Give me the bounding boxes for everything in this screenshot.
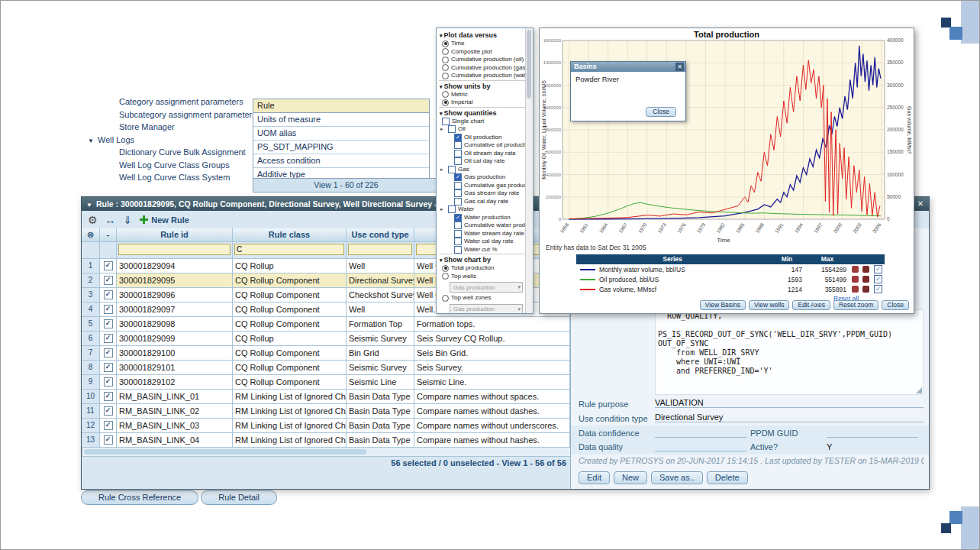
radio-icon[interactable] xyxy=(442,273,449,280)
reset-zoom-button[interactable]: Reset zoom xyxy=(833,300,878,310)
use-condition-type-value[interactable]: Directional Survey xyxy=(655,412,924,422)
rule-purpose-value[interactable]: VALIDATION xyxy=(655,398,924,408)
section-header[interactable]: ▾Show quantities xyxy=(439,107,526,118)
series-visible-checkbox[interactable]: ✓ xyxy=(874,275,882,283)
legend-action-icon-2[interactable] xyxy=(862,276,869,283)
tab-rule-detail[interactable]: Rule Detail xyxy=(201,490,277,505)
tab-rule-cross-reference[interactable]: Rule Cross Reference xyxy=(81,490,198,505)
grid-header-num[interactable]: ⊗ xyxy=(82,228,100,242)
quantity-option[interactable]: Cumulative gas production xyxy=(439,182,526,190)
radio-option[interactable]: Cumulative production (water) xyxy=(439,72,526,80)
radio-option[interactable]: Total production xyxy=(439,264,526,273)
row-checkbox[interactable]: ✓ xyxy=(104,261,113,270)
rule-type-row[interactable]: UOM alias xyxy=(253,127,429,141)
disabled-dropdown[interactable]: Gas production▾ xyxy=(450,282,523,293)
radio-icon[interactable] xyxy=(442,99,449,106)
row-check-cell[interactable]: ✓ xyxy=(100,332,117,346)
radio-option[interactable]: Cumulative production (gas) xyxy=(439,64,526,73)
grid-header-rule_id[interactable]: Rule id xyxy=(117,228,233,242)
row-check-cell[interactable]: ✓ xyxy=(100,433,117,448)
radio-option[interactable]: Top wells xyxy=(439,273,526,281)
quantity-group[interactable]: ▸Oil xyxy=(439,125,526,134)
quantity-option[interactable]: Gas stream day rate xyxy=(439,189,526,198)
radio-icon[interactable] xyxy=(442,48,449,55)
checkbox-icon[interactable]: ✓ xyxy=(454,173,462,181)
quantity-option[interactable]: Oil stream day rate xyxy=(439,150,526,158)
collapse-icon[interactable]: ▼ xyxy=(86,202,92,209)
row-check-cell[interactable]: ✓ xyxy=(100,288,117,302)
checkbox-icon[interactable] xyxy=(448,125,456,133)
data-confidence-field[interactable] xyxy=(655,427,746,438)
table-row[interactable]: 9✓300001829102CQ Rollup ComponentSeismic… xyxy=(82,375,571,390)
radio-icon[interactable] xyxy=(442,64,449,71)
radio-icon[interactable] xyxy=(442,295,449,302)
close-button[interactable]: Close xyxy=(882,300,909,310)
quantity-group[interactable]: ▸Water xyxy=(439,205,526,214)
table-row[interactable]: 11✓RM_BASIN_LINK_02RM Linking List of Ig… xyxy=(82,404,571,419)
legend-action-icon-2[interactable] xyxy=(862,286,869,293)
checkbox-icon[interactable] xyxy=(454,182,462,189)
delete-button[interactable]: Delete xyxy=(707,471,748,484)
row-checkbox[interactable]: ✓ xyxy=(104,305,113,314)
filter-input-rule_class[interactable] xyxy=(234,244,344,255)
radio-icon[interactable] xyxy=(442,73,449,79)
row-checkbox[interactable]: ✓ xyxy=(104,290,113,299)
hscroll-thumb[interactable] xyxy=(84,449,366,455)
row-checkbox[interactable]: ✓ xyxy=(104,319,113,328)
ppdm-guid-field[interactable] xyxy=(827,427,918,438)
tree-item[interactable]: Category assignment parameters xyxy=(85,95,260,108)
table-row[interactable]: 13✓RM_BASIN_LINK_04RM Linking List of Ig… xyxy=(82,433,571,448)
radio-option[interactable]: Composite plot xyxy=(439,48,526,57)
row-checkbox[interactable]: ✓ xyxy=(104,276,113,285)
edit-button[interactable]: Edit xyxy=(579,471,610,484)
new-rule-button[interactable]: New Rule xyxy=(140,215,189,225)
radio-option[interactable]: Time xyxy=(439,40,526,48)
basins-close-button[interactable]: Close xyxy=(646,107,676,117)
tree-item[interactable]: Well Log Curve Class System xyxy=(85,171,260,184)
checkbox-icon[interactable]: ✓ xyxy=(454,214,462,222)
radio-option[interactable]: Top well zones xyxy=(439,294,526,302)
grid-header-use_cond_type[interactable]: Use cond type xyxy=(347,228,414,242)
row-check-cell[interactable]: ✓ xyxy=(100,419,117,433)
data-quality-field[interactable] xyxy=(655,441,746,451)
radio-icon[interactable] xyxy=(442,40,449,47)
row-checkbox[interactable]: ✓ xyxy=(104,363,113,372)
checkbox-icon[interactable] xyxy=(454,150,462,157)
quantity-option[interactable]: ✓Oil production xyxy=(439,134,526,142)
table-row[interactable]: 8✓300001829101CQ Rollup ComponentSeismic… xyxy=(82,361,571,375)
series-visible-checkbox[interactable]: ✓ xyxy=(874,285,882,293)
checkbox-icon[interactable] xyxy=(442,118,450,125)
table-row[interactable]: 5✓300001829098CQ Rollup ComponentFormati… xyxy=(82,317,571,332)
quantity-option[interactable]: ✓Water production xyxy=(439,214,526,222)
quantity-option[interactable]: Cumulative water production xyxy=(439,222,526,230)
rule-type-row[interactable]: Units of measure xyxy=(253,113,429,127)
section-header[interactable]: ▾Show units by xyxy=(439,80,526,91)
basins-dialog-titlebar[interactable]: Basins ✕ xyxy=(571,62,685,72)
close-icon[interactable]: ✕ xyxy=(915,199,926,209)
row-check-cell[interactable]: ✓ xyxy=(100,317,117,332)
rule-type-row[interactable]: PS_SDT_MAPPING xyxy=(253,141,429,154)
sql-text-area[interactable]: ROW_QUALITY, PS_IS_RECORD_OUT_OF_SYNC('W… xyxy=(655,309,924,395)
row-check-cell[interactable]: ✓ xyxy=(100,259,117,273)
edit-axes-button[interactable]: Edit Axes xyxy=(792,300,830,310)
tree-item[interactable]: Store Manager xyxy=(85,121,260,134)
view-basins-button[interactable]: View Basins xyxy=(700,300,746,310)
row-checkbox[interactable]: ✓ xyxy=(104,377,113,387)
legend-action-icon-1[interactable] xyxy=(852,286,859,293)
table-row[interactable]: 10✓RM_BASIN_LINK_01RM Linking List of Ig… xyxy=(82,390,571,404)
resize-grip-icon[interactable] xyxy=(916,387,922,393)
checkbox-icon[interactable] xyxy=(454,246,462,254)
transfer-icon[interactable]: ↔ xyxy=(105,214,116,226)
checkbox-icon[interactable] xyxy=(454,222,462,229)
checkbox-icon[interactable] xyxy=(448,205,456,213)
section-header[interactable]: ▾Plot data versus xyxy=(439,30,526,40)
radio-icon[interactable] xyxy=(442,57,449,63)
new-button[interactable]: New xyxy=(614,471,647,484)
row-check-cell[interactable]: ✓ xyxy=(100,346,117,361)
radio-option[interactable]: Metric xyxy=(439,91,526,99)
quantity-option[interactable]: Oil cal day rate xyxy=(439,157,526,166)
radio-icon[interactable] xyxy=(442,265,449,272)
quantity-option[interactable]: ✓Gas production xyxy=(439,173,526,182)
grid-hscrollbar[interactable] xyxy=(82,448,571,457)
legend-action-icon-1[interactable] xyxy=(852,266,859,273)
